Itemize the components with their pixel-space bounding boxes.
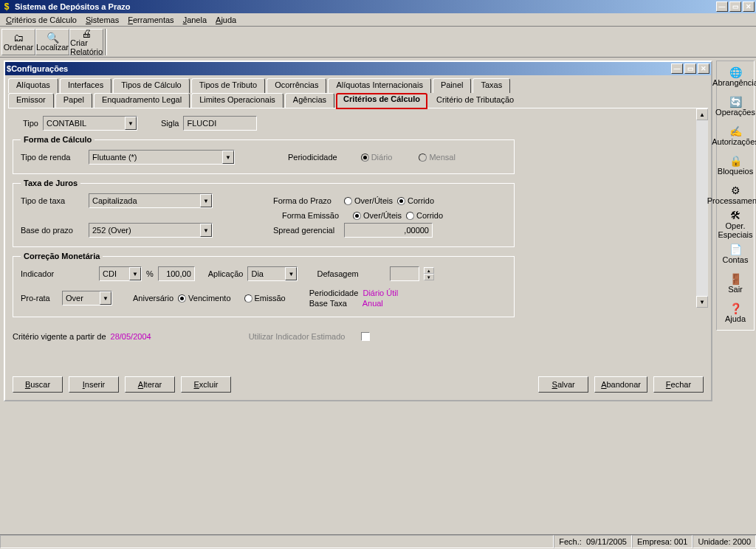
side-autorizacoes[interactable]: ✍Autorizações [718, 122, 753, 150]
radio-prazo-over[interactable]: Over/Úteis [344, 196, 393, 205]
chevron-down-icon[interactable]: ▼ [222, 151, 234, 164]
radio-diario[interactable]: Diário [361, 153, 393, 162]
app-title: Sistema de Depósitos a Prazo [15, 2, 131, 11]
tab-interfaces[interactable]: Interfaces [60, 78, 111, 93]
side-bloqueios[interactable]: 🔒Bloqueios [718, 151, 753, 179]
spread-field[interactable]: ,00000 [344, 223, 433, 238]
menu-criterios[interactable]: Critérios de Cálculo [1, 15, 81, 25]
tab-painel[interactable]: Painel [433, 78, 472, 93]
chevron-down-icon[interactable]: ▼ [125, 117, 137, 130]
restore-button[interactable]: ▭ [729, 1, 741, 12]
side-ajuda[interactable]: ❓Ajuda [718, 299, 753, 327]
tb-criar-relatorio[interactable]: 🖨Criar Relatório [69, 29, 103, 55]
legend-forma: Forma de Cálculo [21, 135, 94, 144]
operations-icon: 🔄 [729, 97, 742, 107]
menu-ajuda[interactable]: Ajuda [211, 15, 241, 25]
lbl-basetaxa: Base Taxa [309, 299, 347, 308]
radio-prazo-corrido[interactable]: Corrido [397, 196, 434, 205]
child-close[interactable]: ✕ [698, 63, 709, 74]
side-toolbar: 🌐Abrangência 🔄Operações ✍Autorizações 🔒B… [716, 61, 755, 331]
button-row: Buscar Inserir Alterar Excluir Salvar Ab… [13, 376, 704, 393]
combo-prorata[interactable]: ▼ [62, 291, 112, 305]
tab-taxas[interactable]: Taxas [472, 78, 510, 93]
menu-sistemas[interactable]: Sistemas [81, 15, 123, 25]
side-operacoes[interactable]: 🔄Operações [718, 92, 753, 120]
combo-base-prazo[interactable]: ▼ [89, 223, 213, 238]
btn-abandonar[interactable]: Abandonar [594, 376, 647, 393]
side-sair[interactable]: 🚪Sair [718, 269, 753, 297]
document-icon: 📄 [729, 244, 742, 255]
spinner-up-icon[interactable]: ▲ [424, 267, 434, 274]
sigla-field[interactable]: FLUCDI [183, 116, 257, 131]
combo-tipo[interactable]: ▼ [43, 116, 137, 131]
lock-icon: 🔒 [729, 156, 742, 166]
toolbar: 🗂Ordenar 🔍Localizar 🖨Criar Relatório [0, 27, 756, 58]
combo-aplicacao[interactable]: ▼ [247, 266, 298, 281]
tab-enquadramento[interactable]: Enquadramento Legal [94, 93, 190, 108]
menu-janela[interactable]: Janela [179, 15, 211, 25]
close-button[interactable]: ✕ [743, 1, 755, 12]
side-oper-especiais[interactable]: 🛠Oper. Especiais [718, 210, 753, 238]
lbl-util-indicador: Utilizar Indicador Estimado [249, 332, 346, 341]
radio-vencimento[interactable]: Vencimento [178, 294, 230, 303]
child-minimize[interactable]: — [671, 63, 683, 74]
tab-ocorrencias[interactable]: Ocorrências [267, 78, 326, 93]
lbl-period-corr: Periodicidade [309, 289, 359, 297]
tab-aliquotas-int[interactable]: Alíquotas Internacionais [328, 78, 430, 93]
tipo-value[interactable] [44, 117, 125, 130]
menubar: Critérios de Cálculo Sistemas Ferramenta… [0, 13, 756, 27]
radio-mensal[interactable]: Mensal [419, 153, 455, 162]
tb-ordenar[interactable]: 🗂Ordenar [1, 29, 35, 55]
exit-icon: 🚪 [729, 274, 742, 284]
combo-tipo-renda[interactable]: ▼ [89, 150, 235, 165]
lbl-defasagem: Defasagem [317, 269, 358, 278]
tab-criterios-calculo[interactable]: Critérios de Cálculo [336, 93, 427, 109]
chevron-down-icon[interactable]: ▼ [285, 267, 297, 280]
grp-forma-calculo: Forma de Cálculo Tipo de renda ▼ Periodi… [13, 135, 515, 174]
btn-inserir[interactable]: Inserir [69, 376, 119, 393]
tab-papel[interactable]: Papel [55, 93, 92, 108]
radio-emissao-over[interactable]: Over/Úteis [353, 211, 402, 220]
btn-salvar[interactable]: Salvar [538, 376, 588, 393]
side-processamento[interactable]: ⚙Processamento [718, 181, 753, 209]
radio-emissao[interactable]: Emissão [244, 294, 286, 303]
tab-limites[interactable]: Limites Operacionais [191, 93, 284, 108]
tab-tipos-tributo[interactable]: Tipos de Tributo [191, 78, 265, 93]
combo-tipo-taxa[interactable]: ▼ [89, 193, 213, 208]
lbl-prorata: Pro-rata [21, 294, 58, 303]
lbl-pct: % [146, 269, 154, 278]
tab-emissor[interactable]: Emissor [8, 93, 54, 108]
tab-agencias[interactable]: Agências [285, 93, 334, 108]
minimize-button[interactable]: — [716, 1, 728, 12]
chevron-down-icon[interactable]: ▼ [200, 224, 212, 237]
chk-util-indicador[interactable] [361, 332, 370, 341]
btn-alterar[interactable]: Alterar [125, 376, 175, 393]
scroll-up-icon[interactable]: ▲ [696, 108, 708, 120]
btn-fechar[interactable]: Fechar [653, 376, 704, 393]
defasagem-field[interactable] [390, 266, 419, 281]
tab-aliquotas[interactable]: Alíquotas [8, 78, 58, 93]
legend-taxa: Taxa de Juros [21, 179, 80, 187]
child-maximize[interactable]: ▭ [684, 63, 696, 74]
scroll-track[interactable] [696, 120, 708, 296]
combo-indicador[interactable]: ▼ [99, 266, 142, 281]
side-abrangencia[interactable]: 🌐Abrangência [718, 63, 753, 91]
chevron-down-icon[interactable]: ▼ [200, 194, 212, 207]
tb-localizar[interactable]: 🔍Localizar [35, 29, 69, 55]
chevron-down-icon[interactable]: ▼ [100, 291, 111, 305]
btn-excluir[interactable]: Excluir [181, 376, 231, 393]
spinner-down-icon[interactable]: ▼ [424, 274, 434, 280]
defasagem-spinner[interactable]: ▲ ▼ [424, 267, 434, 280]
tab-tipos-calculo[interactable]: Tipos de Cálculo [113, 78, 190, 93]
chevron-down-icon[interactable]: ▼ [129, 267, 141, 280]
tab-criterio-tributacao[interactable]: Critério de Tributação [429, 93, 521, 108]
tools-icon: 🛠 [730, 210, 740, 221]
radio-emissao-corrido[interactable]: Corrido [406, 211, 443, 220]
app-titlebar: $ Sistema de Depósitos a Prazo — ▭ ✕ [0, 0, 756, 13]
btn-buscar[interactable]: Buscar [13, 376, 63, 393]
scroll-down-icon[interactable]: ▼ [696, 296, 708, 308]
vertical-scrollbar[interactable]: ▲ ▼ [696, 108, 708, 308]
side-contas[interactable]: 📄Contas [718, 240, 753, 268]
menu-ferramentas[interactable]: Ferramentas [123, 15, 178, 25]
pct-field[interactable]: 100,00 [158, 266, 195, 281]
